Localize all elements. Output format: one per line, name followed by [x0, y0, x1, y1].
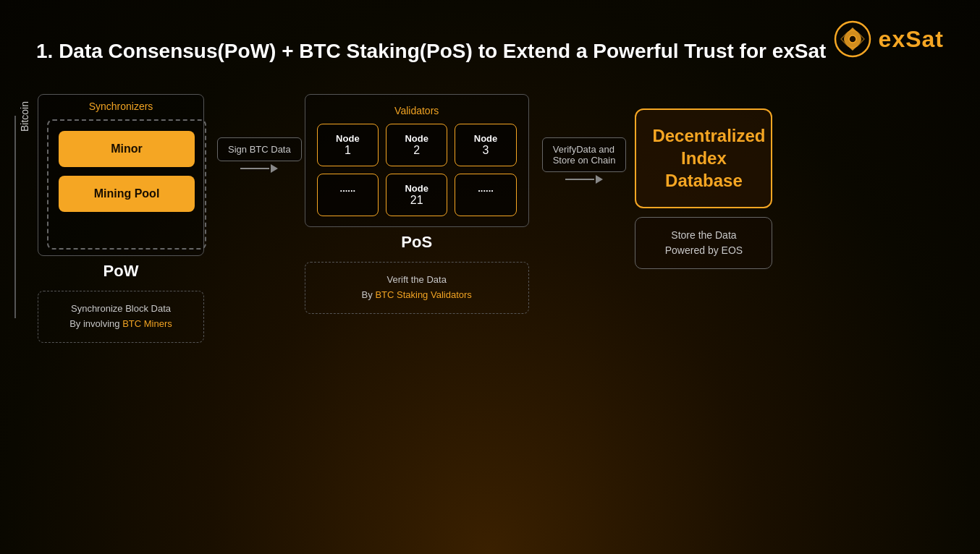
database-sub-box: Store the Data Powered by EOS [635, 217, 772, 269]
synchronizers-box: Synchronizers Minor Mining Pool [38, 94, 204, 256]
arrow1-line [240, 164, 278, 173]
validators-section: Validators Node 1 Node 2 Node 3 ...... [305, 94, 529, 314]
sign-btc-arrow-box: Sign BTC Data [217, 137, 302, 161]
database-subtitle: Store the Data Powered by EOS [647, 228, 760, 258]
validators-desc-line2: By [362, 289, 376, 300]
sync-desc-highlight: BTC Miners [122, 318, 172, 329]
node-3: Node 3 [455, 124, 516, 166]
sync-desc: Synchronize Block Data By involving BTC … [38, 291, 204, 343]
mining-pool-box: Mining Pool [59, 176, 195, 212]
node-1: Node 1 [317, 124, 379, 166]
bitcoin-label: Bitcoin [19, 101, 30, 132]
validators-desc: Verift the Data By BTC Staking Validator… [305, 262, 529, 314]
arrow2-shaft [565, 179, 594, 180]
pow-label: PoW [104, 262, 139, 281]
pos-label: PoS [401, 233, 432, 252]
verify-store-line1: VerifyData and [553, 144, 614, 155]
logo-text: exSat [879, 26, 944, 53]
exsat-logo-icon [834, 20, 871, 58]
validators-box: Validators Node 1 Node 2 Node 3 ...... [305, 94, 529, 227]
arrow1-section: Sign BTC Data [217, 137, 302, 173]
vertical-line [14, 116, 16, 318]
validators-label: Validators [317, 105, 517, 116]
page-title: 1. Data Consensus(PoW) + BTC Staking(PoS… [36, 40, 826, 63]
synchronizers-inner: Minor Mining Pool [47, 119, 206, 250]
arrow2-head [596, 175, 603, 184]
node-2: Node 2 [386, 124, 447, 166]
node-dots-2: ...... [455, 174, 516, 216]
verify-store-line2: Store on Chain [553, 155, 616, 166]
arrow1-shaft [240, 168, 269, 169]
sync-desc-line2: By involving [69, 318, 122, 329]
database-section: Decentralized Index Database Store the D… [635, 108, 772, 269]
miner-box: Minor [59, 131, 195, 167]
svg-point-1 [849, 35, 856, 43]
nodes-grid: Node 1 Node 2 Node 3 ...... Node 21 [317, 124, 517, 216]
validators-desc-line1: Verift the Data [387, 274, 447, 285]
node-dots-1: ...... [317, 174, 379, 216]
validators-desc-highlight: BTC Staking Validators [375, 289, 471, 300]
node-21: Node 21 [386, 174, 447, 216]
verify-store-arrow-box: VerifyData and Store on Chain [542, 137, 627, 172]
database-title: Decentralized Index Database [652, 124, 755, 192]
arrow2-line [565, 175, 603, 184]
bitcoin-section [14, 116, 16, 318]
logo: exSat [834, 20, 944, 58]
arrow1-head [271, 164, 278, 173]
diagram: Bitcoin Synchronizers Minor Mining Pool … [14, 94, 966, 343]
synchronizers-section: Synchronizers Minor Mining Pool PoW Sync… [38, 94, 204, 343]
sync-desc-line1: Synchronize Block Data [71, 303, 171, 314]
database-main-box: Decentralized Index Database [635, 108, 772, 208]
synchronizers-label: Synchronizers [47, 101, 195, 112]
arrow2-section: VerifyData and Store on Chain [542, 137, 627, 184]
